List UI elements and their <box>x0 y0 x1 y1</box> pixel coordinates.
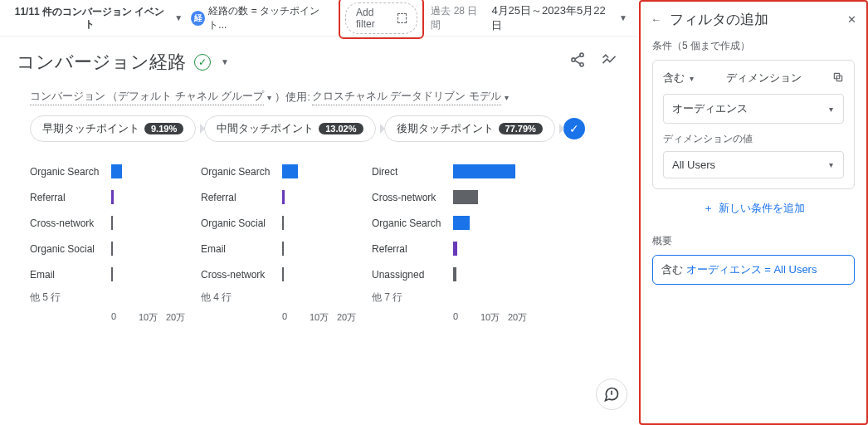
bar[interactable] <box>111 164 122 178</box>
include-dropdown[interactable]: 含む ▾ <box>663 71 695 85</box>
bar-area <box>453 266 536 283</box>
bar[interactable] <box>282 190 285 204</box>
axis-tick: 20万 <box>337 311 364 324</box>
insights-icon[interactable] <box>597 48 621 76</box>
bar[interactable] <box>453 190 478 204</box>
bar[interactable] <box>111 190 114 204</box>
other-rows-label[interactable]: 他 5 行 <box>30 287 201 306</box>
summary-pill[interactable]: 含む オーディエンス = All Users <box>652 255 855 285</box>
add-filter-button[interactable]: Add filter <box>345 2 417 34</box>
bar-row: Cross-network <box>30 210 201 236</box>
bar[interactable] <box>453 164 515 178</box>
tab-percent: 9.19% <box>144 123 183 134</box>
model-name[interactable]: クロスチャネル データドリブン モデル <box>312 89 501 105</box>
chevron-down-icon[interactable]: ▾ <box>266 93 273 102</box>
axis-tick: 10万 <box>139 311 166 324</box>
axis-row: 010万20万 <box>372 311 546 324</box>
dimension-label: ディメンション <box>726 71 802 85</box>
metric-chip[interactable]: 経 経路の数 = タッチポイント... <box>191 4 332 32</box>
conditions-header: 条件（5 個まで作成） <box>652 39 855 53</box>
conversion-word[interactable]: コンバージョン <box>30 89 105 105</box>
bar-row: Organic Social <box>201 210 372 236</box>
bar-label: Organic Search <box>30 166 111 178</box>
bar[interactable] <box>453 267 456 281</box>
bar[interactable] <box>282 216 284 230</box>
bar-area <box>111 188 194 206</box>
conversion-event-count[interactable]: 11/11 件のコンバージョン イベント <box>13 6 166 30</box>
tab-early-touchpoint[interactable]: 早期タッチポイント 9.19% <box>30 115 196 142</box>
bar-label: Cross-network <box>201 269 282 281</box>
bar-label: Direct <box>372 166 453 178</box>
bar-label: Email <box>30 269 111 281</box>
bar-label: Organic Search <box>201 166 282 178</box>
bar[interactable] <box>111 242 113 256</box>
chart-column: Organic SearchReferralOrganic SocialEmai… <box>201 159 372 324</box>
bar-row: Email <box>201 236 372 261</box>
chevron-down-icon[interactable]: ▼ <box>173 13 184 22</box>
dimension-select-value: オーディエンス <box>672 101 748 116</box>
summary-value: オーディエンス = All Users <box>686 263 817 276</box>
svg-line-4 <box>575 61 581 64</box>
plus-icon: ＋ <box>703 201 714 216</box>
bar-label: Referral <box>372 243 453 255</box>
tab-late-touchpoint[interactable]: 後期タッチポイント 77.79% <box>384 115 555 142</box>
close-icon[interactable]: ✕ <box>847 13 856 26</box>
tab-label: 後期タッチポイント <box>397 121 494 136</box>
bar-label: Referral <box>201 192 282 203</box>
bar-row: Cross-network <box>201 261 372 287</box>
tab-mid-touchpoint[interactable]: 中間タッチポイント 13.02% <box>204 115 375 142</box>
bar[interactable] <box>453 216 470 230</box>
add-condition-label: 新しい条件を追加 <box>719 201 805 216</box>
back-arrow-icon[interactable]: ← <box>651 13 661 26</box>
bar-label: Cross-network <box>30 217 111 229</box>
tab-label: 中間タッチポイント <box>217 121 314 136</box>
chevron-down-icon: ▾ <box>827 105 835 114</box>
other-rows-label[interactable]: 他 7 行 <box>372 287 546 306</box>
bar[interactable] <box>282 164 298 178</box>
touchpoint-tabs: 早期タッチポイント 9.19% 中間タッチポイント 13.02% 後期タッチポイ… <box>0 109 637 150</box>
bar-label: Cross-network <box>372 192 453 203</box>
dimension-value-select-value: All Users <box>672 159 715 171</box>
dimension-value-select[interactable]: All Users ▾ <box>663 151 844 178</box>
bar-area <box>453 240 536 257</box>
chevron-down-icon[interactable]: ▼ <box>219 57 231 66</box>
bar[interactable] <box>111 216 113 230</box>
feedback-button[interactable] <box>596 379 627 410</box>
channel-group-word[interactable]: （デフォルト チャネル グループ <box>107 89 264 105</box>
metric-icon: 経 <box>191 11 205 26</box>
bar[interactable] <box>282 242 284 256</box>
chart-column: DirectCross-networkOrganic SearchReferra… <box>372 159 546 324</box>
status-check-icon[interactable]: ✓ <box>194 54 211 71</box>
top-filter-bar: 11/11 件のコンバージョン イベント ▼ 経 経路の数 = タッチポイント.… <box>0 0 637 37</box>
axis-tick: 0 <box>453 311 480 324</box>
chevron-down-icon[interactable]: ▾ <box>503 93 510 102</box>
bar[interactable] <box>111 267 113 281</box>
bar-area <box>453 214 536 232</box>
other-rows-label[interactable]: 他 4 行 <box>201 287 372 306</box>
axis-tick: 20万 <box>166 311 193 324</box>
add-filter-highlight: Add filter <box>339 0 424 39</box>
panel-header: ← フィルタの追加 ✕ <box>641 2 866 39</box>
bar[interactable] <box>453 242 457 256</box>
bar-area <box>282 214 365 232</box>
bar-row: Email <box>30 261 201 287</box>
condition-box: 含む ▾ ディメンション オーディエンス ▾ ディメンションの値 All Use… <box>652 60 855 189</box>
dimension-select[interactable]: オーディエンス ▾ <box>663 94 844 124</box>
svg-line-3 <box>575 56 581 59</box>
bar-area <box>453 163 536 180</box>
bar-label: Unassigned <box>372 269 453 281</box>
svg-point-5 <box>612 393 612 394</box>
page-title-row: コンバージョン経路 ✓ ▼ <box>0 37 637 84</box>
summary-label: 概要 <box>652 234 855 248</box>
bar-row: Referral <box>201 184 372 210</box>
chevron-down-icon[interactable]: ▼ <box>617 13 629 22</box>
confirm-check-icon[interactable]: ✓ <box>563 118 585 139</box>
copy-icon[interactable] <box>832 71 844 85</box>
date-range[interactable]: 4月25日～2023年5月22日 <box>491 3 611 33</box>
summary-key: 含む <box>661 263 683 276</box>
bar-label: Organic Search <box>372 217 453 229</box>
share-icon[interactable] <box>566 48 589 76</box>
bar[interactable] <box>282 267 284 281</box>
using-word: ）使用: <box>275 90 310 105</box>
add-condition-button[interactable]: ＋ 新しい条件を追加 <box>652 189 855 217</box>
